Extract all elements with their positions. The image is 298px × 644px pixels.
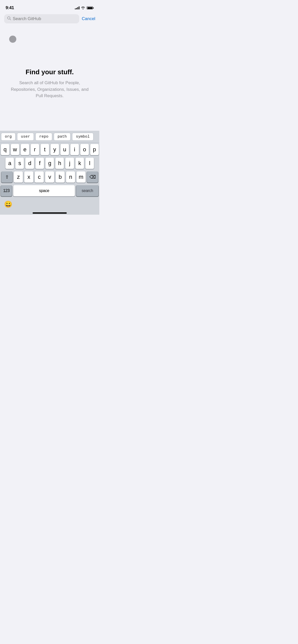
cancel-button[interactable]: Cancel — [82, 16, 95, 21]
status-bar: 9:41 — [0, 0, 99, 12]
qualifier-path[interactable]: path — [54, 133, 71, 141]
numbers-key[interactable]: 123 — [1, 185, 12, 196]
key-h[interactable]: h — [55, 158, 64, 169]
qualifier-repo[interactable]: repo — [35, 133, 52, 141]
key-j[interactable]: j — [65, 158, 74, 169]
wifi-icon — [81, 6, 85, 9]
key-x[interactable]: x — [24, 171, 33, 183]
key-g[interactable]: g — [45, 158, 54, 169]
shift-key[interactable]: ⇧ — [1, 171, 12, 183]
key-s[interactable]: s — [15, 158, 24, 169]
key-o[interactable]: o — [80, 144, 89, 155]
emoji-button[interactable]: 😀 — [4, 200, 12, 208]
keyboard: q w e r t y u i o p a s d f g h j k l ⇧ … — [0, 143, 99, 196]
qualifier-symbol[interactable]: symbol — [72, 133, 93, 141]
key-i[interactable]: i — [70, 144, 79, 155]
key-d[interactable]: d — [25, 158, 34, 169]
status-time: 9:41 — [6, 5, 14, 10]
home-indicator — [33, 212, 67, 214]
search-input[interactable] — [13, 16, 76, 21]
key-z[interactable]: z — [14, 171, 23, 183]
empty-state: Find your stuff. Search all of GitHub fo… — [4, 48, 95, 109]
qualifier-user[interactable]: user — [17, 133, 34, 141]
key-r[interactable]: r — [31, 144, 39, 155]
svg-line-1 — [10, 19, 11, 20]
empty-state-description: Search all of GitHub for People, Reposit… — [10, 80, 89, 99]
key-q[interactable]: q — [1, 144, 9, 155]
key-u[interactable]: u — [60, 144, 69, 155]
keyboard-row-3: ⇧ z x c v b n m ⌫ — [1, 171, 99, 183]
key-c[interactable]: c — [35, 171, 44, 183]
key-l[interactable]: l — [85, 158, 94, 169]
key-t[interactable]: t — [40, 144, 49, 155]
keyboard-row-4: 123 space search — [1, 185, 99, 196]
key-p[interactable]: p — [90, 144, 99, 155]
key-f[interactable]: f — [35, 158, 44, 169]
key-y[interactable]: y — [50, 144, 59, 155]
search-bar-container: Cancel — [0, 12, 99, 25]
key-a[interactable]: a — [5, 158, 14, 169]
key-m[interactable]: m — [76, 171, 86, 183]
qualifiers-row: org user repo path symbol — [0, 131, 99, 143]
search-key[interactable]: search — [76, 185, 99, 196]
qualifier-org[interactable]: org — [1, 133, 16, 141]
keyboard-row-1: q w e r t y u i o p — [1, 144, 99, 155]
key-e[interactable]: e — [21, 144, 29, 155]
empty-state-title: Find your stuff. — [10, 68, 89, 76]
signal-icon — [75, 6, 79, 9]
search-input-wrapper[interactable] — [4, 14, 79, 23]
search-icon — [7, 16, 11, 21]
battery-icon — [87, 6, 94, 9]
keyboard-area: org user repo path symbol q w e r t y u … — [0, 131, 99, 215]
keyboard-bottom: 😀 — [0, 199, 99, 210]
main-content: Find your stuff. Search all of GitHub fo… — [0, 25, 99, 114]
space-key[interactable]: space — [13, 185, 75, 196]
key-n[interactable]: n — [66, 171, 75, 183]
key-k[interactable]: k — [75, 158, 84, 169]
backspace-key[interactable]: ⌫ — [87, 171, 98, 183]
keyboard-row-2: a s d f g h j k l — [1, 158, 99, 169]
loading-indicator — [9, 36, 16, 43]
key-b[interactable]: b — [56, 171, 65, 183]
status-icons — [75, 6, 94, 9]
key-w[interactable]: w — [11, 144, 19, 155]
key-v[interactable]: v — [45, 171, 54, 183]
